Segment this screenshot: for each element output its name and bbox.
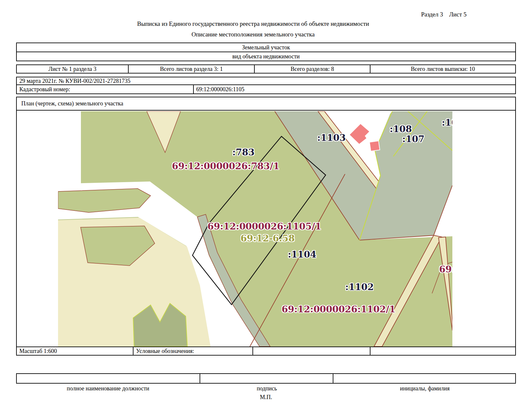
scale-cell: Масштаб 1:600 <box>17 347 133 355</box>
cadastral-map: :1103 :108 :107 :10 :783 69:12:0000026:7… <box>58 111 452 347</box>
signature-position-cell <box>17 374 200 383</box>
legend-label: Условные обозначения: <box>136 348 194 355</box>
scale-legend-row: Масштаб 1:600 Условные обозначения: <box>17 347 515 355</box>
legend-cell-empty-2 <box>370 347 515 355</box>
object-type-row: Земельный участок <box>17 43 515 52</box>
map-label-69-1-clipped: 69:1 <box>439 264 452 275</box>
section-sheet-header: Раздел 3 Лист 5 <box>0 11 467 18</box>
statement-date-number: 29 марта 2021г. № КУВИ-002/2021-27281735 <box>19 78 131 84</box>
signature-initials-cell <box>333 374 515 383</box>
signature-position-caption: полное наименование должности <box>16 384 200 392</box>
sheet-info-row: Лист № 1 раздела 3 Всего листов раздела … <box>17 65 515 73</box>
document-subtitle: Описание местоположения земельного участ… <box>0 31 506 38</box>
map-label-1102: :1102 <box>345 282 374 292</box>
signature-sign-caption: подпись <box>200 384 334 392</box>
plan-title: План (чертеж, схема) земельного участка <box>21 100 123 107</box>
map-label-1103: :1103 <box>317 132 346 143</box>
object-type-table: Земельный участок вид объекта недвижимос… <box>16 43 516 61</box>
map-area: :1103 :108 :107 :10 :783 69:12:0000026:7… <box>17 111 515 347</box>
cadastral-row: Кадастровый номер: 69:12:0000026:1105 <box>17 85 515 93</box>
sheet-info-table: Лист № 1 раздела 3 Всего листов раздела … <box>16 64 516 73</box>
cadastral-value: 69:12:0000026:1105 <box>196 86 244 93</box>
cadastral-value-cell: 69:12:0000026:1105 <box>194 85 515 93</box>
scale-label: Масштаб 1:600 <box>19 348 57 355</box>
signature-sign-cell <box>200 374 334 383</box>
plan-title-row: План (чертеж, схема) земельного участка <box>17 97 515 111</box>
object-type-value: Земельный участок <box>242 44 290 51</box>
map-label-107: :107 <box>402 134 425 144</box>
total-sections-cell: Всего разделов: 8 <box>255 65 370 73</box>
total-sheets-text: Всего листов выписки: 10 <box>411 66 475 73</box>
cadastral-label: Кадастровый номер: <box>19 86 70 93</box>
signature-initials-caption: инициалы, фамилия <box>334 384 516 392</box>
cadastral-label-cell: Кадастровый номер: <box>17 85 194 93</box>
sheets-in-section-cell: Всего листов раздела 3: 1 <box>129 65 255 73</box>
signature-captions: полное наименование должности подпись ин… <box>16 384 516 392</box>
statement-date-row: 29 марта 2021г. № КУВИ-002/2021-27281735 <box>17 77 515 85</box>
plan-table: План (чертеж, схема) земельного участка <box>16 97 516 356</box>
map-label-783-1: 69:12:0000026:783/1 <box>172 161 279 171</box>
sheet-number-text: Лист № 1 раздела 3 <box>48 66 96 73</box>
object-type-caption: вид объекта недвижимости <box>232 53 300 60</box>
map-label-108: :108 <box>390 124 412 134</box>
map-label-10-clipped: :10 <box>442 117 452 128</box>
stamp-place-label: М.П. <box>0 394 532 401</box>
map-label-783: :783 <box>232 147 255 158</box>
legend-cell: Условные обозначения: <box>133 347 253 355</box>
document-page: Раздел 3 Лист 5 Выписка из Единого госуд… <box>0 0 532 411</box>
object-type-caption-row: вид объекта недвижимости <box>17 52 515 61</box>
signature-table <box>16 373 516 384</box>
sheets-in-section-text: Всего листов раздела 3: 1 <box>160 66 223 73</box>
document-title: Выписка из Единого государственного реес… <box>0 20 506 27</box>
map-label-1104: :1104 <box>288 249 316 260</box>
total-sections-text: Всего разделов: 8 <box>291 66 334 73</box>
building-2 <box>369 141 380 151</box>
total-sheets-cell: Всего листов выписки: 10 <box>370 65 515 73</box>
statement-table: 29 марта 2021г. № КУВИ-002/2021-27281735… <box>16 77 516 94</box>
map-label-1105-1: 69:12:0000026:1105/1 <box>208 221 321 232</box>
signature-empty-row <box>17 374 515 383</box>
legend-cell-empty-1 <box>253 347 370 355</box>
map-label-69-12-6-58: 69:12-6.58 <box>241 233 295 244</box>
sheet-number-cell: Лист № 1 раздела 3 <box>17 65 129 73</box>
map-label-1102-1: 69:12:0000026:1102/1 <box>282 304 396 315</box>
